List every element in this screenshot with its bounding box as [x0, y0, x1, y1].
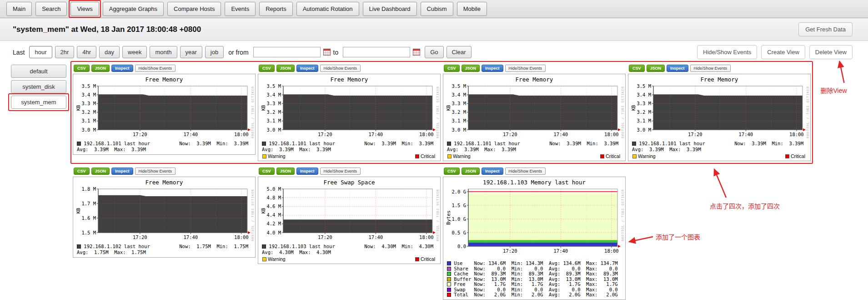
json-button[interactable]: JSON	[276, 168, 295, 175]
tab-views[interactable]: Views	[70, 2, 99, 16]
calendar-icon[interactable]	[323, 49, 331, 56]
sidebar-item-system-disk[interactable]: system_disk	[11, 80, 66, 93]
json-button[interactable]: JSON	[276, 65, 295, 72]
warning-icon	[447, 154, 452, 158]
svg-text:3.5 M: 3.5 M	[81, 83, 96, 89]
inspect-button[interactable]: Inspect	[296, 65, 318, 72]
tab-main[interactable]: Main	[6, 2, 32, 16]
legend-line: 192.168.1.101 last hourNow: 3.39M Min: 3…	[447, 141, 624, 147]
range-button-year[interactable]: year	[180, 46, 202, 58]
csv-button[interactable]: CSV	[74, 65, 90, 72]
graph-image[interactable]: 192.168.1.103 Memory last hour2.0 G1.5 G…	[443, 177, 626, 300]
hide-show-events-button[interactable]: Hide/Show Events	[697, 45, 757, 59]
svg-text:4.4 M: 4.4 M	[266, 212, 281, 218]
hide-show-events-button[interactable]: Hide/Show Events	[135, 168, 176, 175]
legend-swatch	[447, 293, 451, 297]
csv-button[interactable]: CSV	[444, 168, 460, 175]
inspect-button[interactable]: Inspect	[482, 65, 503, 72]
range-button-4hr[interactable]: 4hr	[77, 46, 96, 58]
inspect-button[interactable]: Inspect	[667, 65, 688, 72]
rrdtool-watermark: RRDTOOL / TOBI OETIKER	[251, 189, 255, 241]
inspect-button[interactable]: Inspect	[111, 168, 133, 175]
tab-reports[interactable]: Reports	[259, 2, 293, 16]
tab-aggregate-graphs[interactable]: Aggregate Graphs	[103, 2, 164, 16]
legend-swatch	[447, 288, 451, 292]
csv-button[interactable]: CSV	[259, 168, 275, 175]
svg-text:18:00: 18:00	[789, 132, 804, 137]
get-fresh-data-button[interactable]: Get Fresh Data	[798, 22, 853, 36]
range-button-week[interactable]: week	[122, 46, 147, 58]
delete-view-button[interactable]: Delete View	[809, 45, 853, 59]
graph-image[interactable]: Free Memory3.5 M3.4 M3.3 M3.2 M3.1 M3.0 …	[258, 74, 441, 161]
svg-text:1.5 M: 1.5 M	[81, 230, 96, 235]
json-button[interactable]: JSON	[647, 65, 665, 72]
graph-image[interactable]: Free Memory3.5 M3.4 M3.3 M3.2 M3.1 M3.0 …	[628, 74, 811, 161]
create-view-button[interactable]: Create View	[761, 45, 805, 59]
graph-image[interactable]: Free Swap Space5.0 M4.8 M4.6 M4.4 M4.2 M…	[258, 177, 441, 264]
legend-swatch	[447, 142, 451, 146]
json-button[interactable]: JSON	[91, 65, 110, 72]
graph-plot: 5.0 M4.8 M4.6 M4.4 M4.2 M4.0 M17:2017:40…	[260, 186, 439, 242]
legend-swatch	[262, 142, 266, 146]
svg-text:KB: KB	[75, 105, 81, 111]
to-date-input[interactable]	[343, 47, 410, 57]
inspect-button[interactable]: Inspect	[111, 65, 133, 72]
tab-events[interactable]: Events	[225, 2, 256, 16]
to-label: to	[333, 49, 339, 56]
hide-show-events-button[interactable]: Hide/Show Events	[505, 65, 546, 72]
calendar-icon[interactable]	[413, 49, 420, 56]
svg-text:5.0 M: 5.0 M	[266, 186, 281, 192]
csv-button[interactable]: CSV	[74, 168, 90, 175]
legend-line: 192.168.1.102 last hourNow: 1.75M Min: 1…	[77, 244, 254, 249]
csv-button[interactable]: CSV	[444, 65, 460, 72]
legend-line: 192.168.1.101 last hourNow: 3.39M Min: 3…	[632, 141, 809, 147]
hide-show-events-button[interactable]: Hide/Show Events	[505, 168, 546, 175]
ganglia-app: Main Search Views Aggregate Graphs Compa…	[0, 0, 868, 300]
hide-show-events-button[interactable]: Hide/Show Events	[320, 168, 361, 175]
csv-button[interactable]: CSV	[629, 65, 645, 72]
hide-show-events-button[interactable]: Hide/Show Events	[135, 65, 176, 72]
json-button[interactable]: JSON	[91, 168, 110, 175]
from-date-input[interactable]	[253, 47, 321, 57]
graph-image[interactable]: Free Memory1.8 M1.7 M1.6 M1.5 M17:2017:4…	[73, 177, 256, 258]
svg-text:3.0 M: 3.0 M	[452, 127, 466, 132]
badge-row: WarningCritical	[260, 255, 439, 262]
range-button-month[interactable]: month	[150, 46, 177, 58]
tab-cubism[interactable]: Cubism	[421, 2, 453, 16]
graph-plot: 3.5 M3.4 M3.3 M3.2 M3.1 M3.0 M17:2017:40…	[260, 83, 439, 139]
critical-icon	[415, 154, 419, 158]
tab-mobile[interactable]: Mobile	[457, 2, 487, 16]
graph-image[interactable]: Free Memory3.5 M3.4 M3.3 M3.2 M3.1 M3.0 …	[443, 74, 626, 161]
hide-show-events-button[interactable]: Hide/Show Events	[690, 65, 731, 72]
hide-show-events-button[interactable]: Hide/Show Events	[320, 65, 361, 72]
tab-live-dashboard[interactable]: Live Dashboard	[363, 2, 417, 16]
clear-button[interactable]: Clear	[447, 46, 472, 58]
tab-automatic-rotation[interactable]: Automatic Rotation	[296, 2, 359, 16]
json-button[interactable]: JSON	[462, 65, 480, 72]
graph-cell: CSVJSONInspectHide/Show EventsFree Memor…	[73, 167, 256, 258]
csv-button[interactable]: CSV	[259, 65, 275, 72]
legend-swatch	[632, 142, 636, 146]
sidebar-item-system-mem[interactable]: system_mem	[11, 96, 66, 109]
inspect-button[interactable]: Inspect	[482, 168, 503, 175]
range-button-day[interactable]: day	[99, 46, 120, 58]
go-button[interactable]: Go	[425, 46, 443, 58]
range-button-hour[interactable]: hour	[29, 46, 52, 58]
svg-text:18:00: 18:00	[419, 234, 434, 240]
range-button-job[interactable]: job	[205, 46, 224, 58]
title-bar: "system_mem" at Wed, 18 Jan 2017 18:00:4…	[0, 18, 868, 41]
sidebar-item-default[interactable]: default	[11, 65, 66, 78]
svg-text:3.0 M: 3.0 M	[266, 127, 281, 132]
graph-buttons: CSVJSONInspectHide/Show Events	[73, 64, 256, 73]
svg-text:4.0 M: 4.0 M	[266, 230, 281, 235]
json-button[interactable]: JSON	[462, 168, 480, 175]
graph-legend: 192.168.1.103 last hourNow: 4.30M Min: 4…	[260, 244, 439, 255]
range-button-2hr[interactable]: 2hr	[55, 46, 75, 58]
tab-compare-hosts[interactable]: Compare Hosts	[167, 2, 221, 16]
legend-line: Free Now: 1.7G Min: 1.7G Avg: 1.7G Max: …	[447, 282, 624, 287]
inspect-button[interactable]: Inspect	[296, 168, 318, 175]
graph-image[interactable]: Free Memory3.5 M3.4 M3.3 M3.2 M3.1 M3.0 …	[73, 74, 256, 155]
graph-buttons: CSVJSONInspectHide/Show Events	[258, 167, 441, 176]
tab-search[interactable]: Search	[35, 2, 67, 16]
graph-legend: 192.168.1.102 last hourNow: 1.75M Min: 1…	[75, 244, 254, 255]
